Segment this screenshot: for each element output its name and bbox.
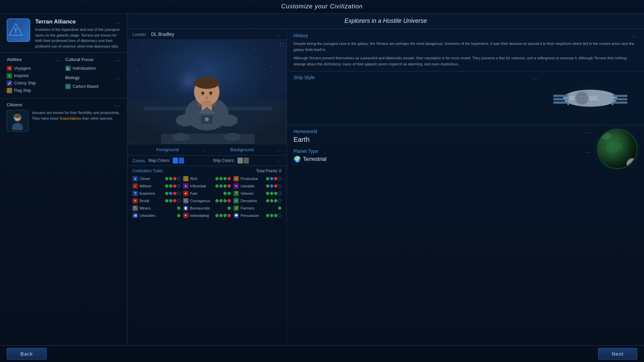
dot[interactable] (270, 214, 273, 217)
dot[interactable] (165, 177, 168, 180)
dot[interactable] (169, 184, 172, 188)
ship-swatch-1[interactable] (237, 158, 243, 164)
dot[interactable] (270, 192, 273, 195)
courageous-dots[interactable] (215, 199, 231, 202)
dot[interactable] (278, 199, 281, 202)
dot[interactable] (274, 177, 277, 180)
background-options-btn[interactable]: ... (277, 147, 281, 152)
foreground-btn[interactable]: Foreground (132, 146, 203, 153)
dot[interactable] (278, 192, 281, 195)
dot[interactable] (177, 206, 180, 210)
dot[interactable] (270, 177, 273, 180)
dot[interactable] (274, 192, 277, 195)
dot[interactable] (169, 177, 172, 180)
bureaucrats-dots[interactable] (227, 206, 231, 210)
dot[interactable] (219, 177, 223, 180)
dot[interactable] (266, 214, 269, 217)
persuasive-dots[interactable] (266, 214, 281, 217)
militant-dots[interactable] (165, 184, 180, 188)
citizens-options-btn[interactable]: ... (114, 102, 120, 107)
dot[interactable] (215, 199, 219, 202)
cultural-focus-options-btn[interactable]: ... (114, 57, 120, 62)
back-button[interactable]: Back (7, 348, 47, 360)
dot[interactable] (173, 199, 176, 202)
rich-dots[interactable] (215, 177, 231, 180)
dot[interactable] (266, 199, 269, 202)
dot[interactable] (169, 192, 172, 195)
dot[interactable] (266, 184, 269, 188)
dot[interactable] (278, 214, 281, 217)
dot[interactable] (278, 177, 281, 180)
dot[interactable] (173, 184, 176, 188)
dot[interactable] (219, 214, 223, 217)
colors-label[interactable]: Colors (132, 158, 145, 163)
ship-swatch-2[interactable] (244, 158, 249, 164)
dot[interactable] (215, 177, 219, 180)
dot[interactable] (177, 184, 180, 188)
history-options-btn[interactable]: ... (631, 33, 637, 38)
map-swatch-2[interactable] (179, 158, 184, 164)
dot[interactable] (266, 177, 269, 180)
civ-logo-dots-btn[interactable]: ... (24, 29, 29, 33)
dot[interactable] (274, 184, 277, 188)
deceptive-dots[interactable] (266, 199, 281, 202)
ship-color-swatch[interactable] (237, 158, 249, 164)
dot[interactable] (266, 192, 269, 195)
foreground-options-btn[interactable]: ... (203, 147, 207, 152)
map-swatch-1[interactable] (173, 158, 178, 164)
dot[interactable] (165, 184, 168, 188)
dot[interactable] (177, 199, 180, 202)
miners-dots[interactable] (177, 206, 180, 210)
ship-style-options-btn[interactable]: ... (532, 75, 538, 80)
dot[interactable] (223, 192, 227, 195)
planet-type-options-btn[interactable]: ... (586, 148, 592, 154)
likeable-dots[interactable] (266, 184, 281, 188)
brutal-dots[interactable] (165, 199, 180, 202)
dot[interactable] (223, 177, 227, 180)
dot[interactable] (169, 199, 172, 202)
urbanites-dots[interactable] (177, 214, 180, 217)
explorers-dots[interactable] (165, 192, 180, 195)
dot[interactable] (219, 199, 223, 202)
abilities-options-btn[interactable]: ... (56, 57, 62, 62)
expectations-link[interactable]: Expectations (60, 116, 81, 120)
dot[interactable] (223, 199, 227, 202)
dot[interactable] (274, 214, 277, 217)
dot[interactable] (215, 214, 219, 217)
map-color-swatch[interactable] (173, 158, 184, 164)
dot[interactable] (227, 192, 231, 195)
influential-dots[interactable] (215, 184, 231, 188)
dot[interactable] (223, 184, 227, 188)
dot[interactable] (177, 177, 180, 180)
dot[interactable] (223, 214, 227, 217)
veteran-dots[interactable] (266, 192, 281, 195)
background-btn[interactable]: Background (207, 146, 277, 153)
dot[interactable] (227, 199, 231, 202)
dot[interactable] (219, 184, 223, 188)
dot[interactable] (278, 184, 281, 188)
farmers-dots[interactable] (278, 206, 281, 210)
dot[interactable] (173, 177, 176, 180)
dot[interactable] (173, 192, 176, 195)
biology-options-btn[interactable]: ... (114, 75, 120, 80)
civ-options-btn[interactable]: ... (114, 19, 120, 24)
intimidating-dots[interactable] (215, 214, 231, 217)
leader-options-btn[interactable]: ... (275, 32, 281, 37)
portrait-expand-btn[interactable]: ⛶ (280, 43, 284, 47)
dot[interactable] (165, 199, 168, 202)
fast-dots[interactable] (223, 192, 231, 195)
dot[interactable] (227, 214, 231, 217)
dot[interactable] (215, 184, 219, 188)
next-button[interactable]: Next (598, 348, 637, 360)
dot[interactable] (227, 177, 231, 180)
dot[interactable] (274, 199, 277, 202)
dot[interactable] (270, 199, 273, 202)
dot[interactable] (278, 206, 281, 210)
colors-options-btn[interactable]: ... (277, 158, 281, 163)
homeworld-options-btn[interactable]: ... (586, 129, 592, 134)
dot[interactable] (177, 192, 180, 195)
dot[interactable] (177, 214, 180, 217)
productive-dots[interactable] (266, 177, 281, 180)
dot[interactable] (165, 192, 168, 195)
dot[interactable] (227, 184, 231, 188)
